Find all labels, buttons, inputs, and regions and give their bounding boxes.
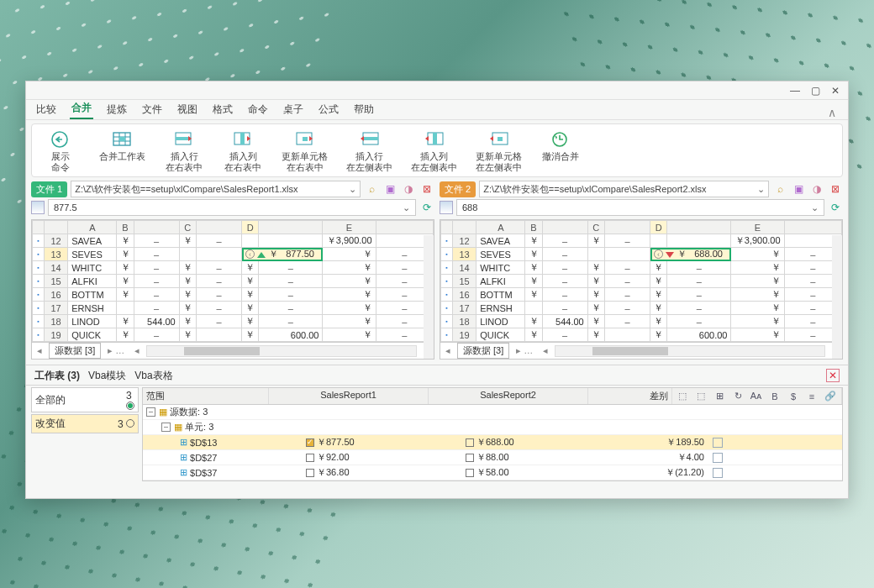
ribbon-upd-cell-l[interactable]: 更新单元格 在左侧表中 [476, 128, 522, 173]
diff-row-1[interactable]: ⊞ $D$27 ￥92.00 ￥88.00 ￥4.00 [143, 450, 842, 465]
close-file-icon[interactable]: ⊠ [828, 181, 843, 197]
menu-item-0[interactable]: 比较 [34, 100, 58, 119]
sheet-tab[interactable]: 源数据 [3] [49, 343, 101, 359]
detail-icon[interactable] [713, 438, 723, 448]
vertical-scrollbar[interactable] [832, 235, 842, 359]
grid-1[interactable]: ABCDE▪12SAVEA￥–￥–￥3,900.00▪13SEVES￥–‹￥ 6… [440, 219, 843, 360]
table-row[interactable]: ▪14WHITC￥–￥–￥–￥– [441, 261, 842, 275]
table-row[interactable]: ▪19QUICK￥–￥￥600.00￥– [441, 328, 842, 342]
table-row[interactable]: ▪12SAVEA￥–￥–￥3,900.00 [33, 234, 434, 248]
diff-row-0[interactable]: ⊞ $D$13 ￥877.50 ￥688.00 ￥189.50 [143, 435, 842, 450]
formula-bar-1: 688⌄ ⟳ [440, 199, 843, 216]
tab-nav-prev[interactable]: ◂ [440, 345, 455, 356]
save-icon[interactable]: ▣ [382, 181, 398, 197]
refresh-icon[interactable]: ⟳ [828, 200, 843, 215]
table-row[interactable]: ▪13SEVES￥–‹￥ 877.50￥– [33, 248, 434, 261]
ribbon-undo-merge[interactable]: 撤消合并 [540, 128, 581, 162]
checkbox-icon[interactable] [306, 454, 314, 462]
find-icon[interactable]: ⌕ [364, 181, 379, 197]
grid-0[interactable]: ABCDE▪12SAVEA￥–￥–￥3,900.00▪13SEVES￥–‹￥ 8… [31, 219, 434, 360]
table-row[interactable]: ▪13SEVES￥–‹￥ 688.00￥– [441, 248, 842, 261]
diff-tool-8[interactable]: 🔗 [824, 391, 837, 402]
ribbon-upd-cell-r[interactable]: 更新单元格 在右表中 [282, 128, 328, 173]
table-row[interactable]: ▪15ALFKI￥–￥–￥–￥– [33, 275, 434, 288]
filter-row-0[interactable]: 全部的3 [31, 387, 139, 412]
collapse-ribbon-button[interactable]: ∧ [824, 106, 840, 119]
filter-row-1[interactable]: 改变值3 [31, 414, 139, 433]
find-icon[interactable]: ⌕ [772, 181, 787, 197]
table-row[interactable]: ▪16BOTTM￥–￥–￥–￥– [33, 288, 434, 302]
ribbon-ins-row-l[interactable]: 插入行 在左侧表中 [346, 128, 392, 173]
menu-item-2[interactable]: 提炼 [105, 100, 129, 119]
ribbon-merge-ws[interactable]: 合并工作表 [99, 128, 145, 162]
file-path-combo-0[interactable]: Z:\Z\软件安装包==setup\xlCompare\SalesReport1… [71, 181, 361, 197]
diff-tool-4[interactable]: Aᴀ [750, 391, 763, 402]
tab-nav-next[interactable]: ▸ … [103, 345, 129, 356]
diff-tree-sub[interactable]: –▦ 单元: 3 [143, 420, 842, 435]
checkbox-icon[interactable] [306, 438, 314, 447]
sheet-tab[interactable]: 源数据 [3] [457, 343, 509, 359]
table-row[interactable]: ▪14WHITC￥–￥–￥–￥– [33, 261, 434, 275]
tab-nav-prev[interactable]: ◂ [32, 345, 47, 356]
grid-select-icon[interactable] [440, 201, 453, 214]
horizontal-scrollbar[interactable] [555, 345, 825, 357]
ribbon-ins-col-l[interactable]: 插入列 在左侧表中 [411, 128, 457, 173]
save-icon[interactable]: ▣ [791, 181, 806, 197]
ribbon-show-cmd[interactable]: 展示 命令 [40, 128, 81, 173]
diff-tool-1[interactable]: ⬚ [694, 391, 708, 402]
menu-item-9[interactable]: 帮助 [352, 100, 376, 119]
ribbon-ins-row-r[interactable]: 插入行 在右表中 [164, 128, 204, 173]
file-path-combo-1[interactable]: Z:\Z\软件安装包==setup\xlCompare\SalesReport2… [479, 181, 769, 197]
menu-item-6[interactable]: 命令 [246, 100, 270, 119]
maximize-button[interactable]: ▢ [808, 84, 823, 97]
bottom-tab-1[interactable]: Vba模块 [88, 369, 126, 383]
diff-tool-0[interactable]: ⬚ [676, 391, 689, 402]
close-button[interactable]: ✕ [828, 84, 843, 97]
bottom-tab-0[interactable]: 工作表 (3) [34, 369, 80, 383]
menu-item-8[interactable]: 公式 [317, 100, 340, 119]
highlighted-cell-1[interactable]: ‹￥ 688.00 [650, 248, 731, 261]
formula-input-1[interactable]: 688⌄ [456, 199, 824, 216]
close-file-icon[interactable]: ⊠ [419, 181, 434, 197]
diff-tool-3[interactable]: ↻ [731, 391, 745, 402]
table-row[interactable]: ▪18LINOD￥544.00￥–￥–￥– [441, 315, 842, 328]
tab-nav-next[interactable]: ▸ … [511, 345, 538, 356]
checkbox-icon[interactable] [466, 454, 474, 462]
vertical-scrollbar[interactable] [424, 235, 434, 359]
ribbon-ins-col-r[interactable]: 插入列 在右表中 [223, 128, 263, 173]
checkbox-icon[interactable] [306, 469, 314, 477]
minimize-button[interactable]: — [787, 84, 803, 97]
table-row[interactable]: ▪17ERNSH–￥–￥–￥– [33, 302, 434, 315]
table-row[interactable]: ▪12SAVEA￥–￥–￥3,900.00 [441, 234, 842, 248]
close-diff-button[interactable]: ✕ [826, 369, 840, 382]
checkbox-icon[interactable] [466, 469, 474, 477]
bottom-tab-2[interactable]: Vba表格 [134, 369, 172, 383]
table-row[interactable]: ▪16BOTTM￥–￥–￥–￥– [441, 288, 842, 302]
formula-input-0[interactable]: 877.5⌄ [48, 199, 416, 216]
diff-row-2[interactable]: ⊞ $D$37 ￥36.80 ￥58.00 ￥(21.20) [143, 465, 842, 480]
tag-icon[interactable]: ◑ [809, 181, 824, 197]
checkbox-icon[interactable] [466, 438, 474, 447]
diff-tool-2[interactable]: ⊞ [713, 391, 726, 402]
menu-item-3[interactable]: 文件 [140, 100, 164, 119]
highlighted-cell-0[interactable]: ‹￥ 877.50 [242, 248, 323, 261]
tag-icon[interactable]: ◑ [401, 181, 416, 197]
menu-item-4[interactable]: 视图 [176, 100, 199, 119]
formula-row: 877.5⌄ ⟳ 688⌄ ⟳ [26, 197, 848, 218]
detail-icon[interactable] [713, 453, 723, 463]
menu-item-7[interactable]: 桌子 [282, 100, 305, 119]
diff-tool-6[interactable]: $ [787, 391, 800, 402]
menu-item-5[interactable]: 格式 [211, 100, 234, 119]
table-row[interactable]: ▪17ERNSH–￥–￥–￥– [441, 302, 842, 315]
table-row[interactable]: ▪18LINOD￥544.00￥–￥–￥– [33, 315, 434, 328]
horizontal-scrollbar[interactable] [146, 345, 417, 357]
diff-tool-5[interactable]: B [768, 391, 782, 402]
grid-select-icon[interactable] [31, 201, 45, 214]
table-row[interactable]: ▪15ALFKI￥–￥–￥–￥– [441, 275, 842, 288]
diff-tool-7[interactable]: ≡ [805, 391, 819, 402]
menu-item-1[interactable]: 合并 [70, 98, 93, 119]
refresh-icon[interactable]: ⟳ [419, 200, 434, 215]
table-row[interactable]: ▪19QUICK￥–￥￥600.00￥– [33, 328, 434, 342]
diff-tree-root[interactable]: –▦ 源数据: 3 [143, 405, 842, 420]
detail-icon[interactable] [713, 468, 723, 478]
